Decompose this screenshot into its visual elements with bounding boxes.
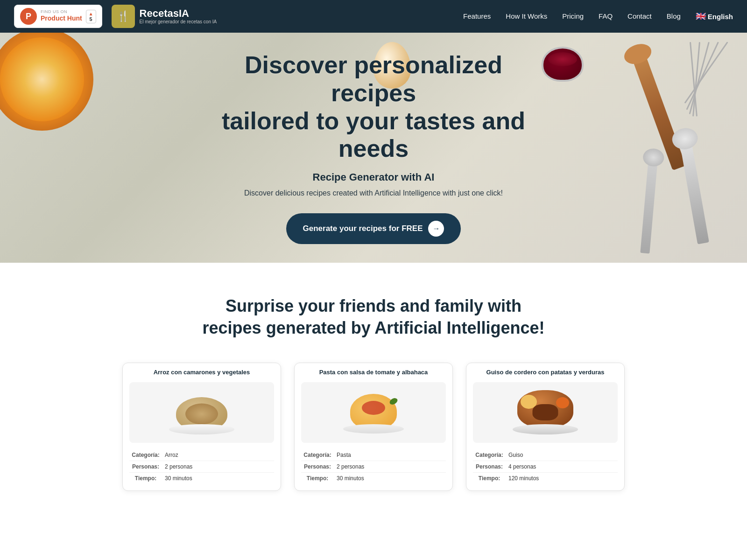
recipe-card-1-info: Categoría: Pasta Personas: 2 personas Ti…: [295, 445, 452, 490]
personas-value-2: 4 personas: [508, 463, 536, 470]
ph-upvote-block[interactable]: ▲ 5: [86, 10, 96, 23]
ph-arrow-icon: ▲: [89, 11, 93, 16]
nav-menu: Features How It Works Pricing FAQ Contac…: [463, 11, 733, 21]
tiempo-label-2: Tiempo:: [473, 475, 506, 482]
recipe-card-2-title: Guiso de cordero con patatas y verduras: [466, 363, 624, 378]
tiempo-label-1: Tiempo:: [301, 475, 334, 482]
recipe-card-0-info: Categoría: Arroz Personas: 2 personas Ti…: [123, 445, 281, 490]
product-hunt-icon: P: [20, 8, 37, 25]
nav-features[interactable]: Features: [463, 12, 491, 20]
recipe-card-0-categoria-row: Categoría: Arroz: [129, 449, 274, 461]
rice-food-illustration: [171, 390, 232, 434]
recipe-card-1-categoria-row: Categoría: Pasta: [301, 449, 446, 461]
logo-icon: 🍴: [112, 5, 135, 28]
hero-title: Discover personalized recipes tailored t…: [215, 51, 532, 163]
hero-content: Discover personalized recipes tailored t…: [205, 33, 542, 263]
recipe-card-1-title: Pasta con salsa de tomate y albahaca: [295, 363, 452, 378]
cta-arrow-icon: →: [428, 221, 444, 237]
product-hunt-badge[interactable]: P FIND US ON Product Hunt ▲ 5: [14, 5, 102, 28]
recipe-card-0-personas-row: Personas: 2 personas: [129, 461, 274, 473]
section-ai-title-line1: Surprise your friends and family with: [226, 296, 521, 315]
recipe-card-2-categoria-row: Categoría: Guiso: [473, 449, 618, 461]
recipe-cards-container: Arroz con camarones y vegetales Categorí…: [70, 363, 677, 491]
ph-find-us-label: FIND US ON: [41, 10, 82, 14]
categoria-value-2: Guiso: [508, 452, 523, 458]
ph-product-hunt-label: Product Hunt: [41, 14, 82, 22]
logo-subtitle: El mejor generador de recetas con IA: [140, 19, 217, 25]
tiempo-value-2: 120 minutos: [508, 475, 539, 482]
recipe-card-1-tiempo-row: Tiempo: 30 minutos: [301, 473, 446, 484]
recipe-card-2-personas-row: Personas: 4 personas: [473, 461, 618, 473]
personas-label-0: Personas:: [129, 463, 162, 470]
section-ai-title-line2: recipes generated by Artificial Intellig…: [203, 318, 545, 337]
recipe-card-1: Pasta con salsa de tomate y albahaca Cat…: [294, 363, 453, 491]
flag-icon: 🇬🇧: [696, 11, 706, 21]
personas-label-1: Personas:: [301, 463, 334, 470]
hero-description: Discover delicious recipes created with …: [215, 189, 532, 197]
recipe-card-0-image: [129, 382, 274, 443]
cta-button-label: Generate your recipes for FREE: [303, 224, 423, 233]
nav-faq[interactable]: FAQ: [599, 12, 613, 20]
hero-title-line2: tailored to your tastes and needs: [222, 107, 525, 162]
recipe-card-1-personas-row: Personas: 2 personas: [301, 461, 446, 473]
tiempo-label-0: Tiempo:: [129, 475, 162, 482]
categoria-label-1: Categoría:: [301, 452, 334, 458]
hero-subtitle: Recipe Generator with AI: [215, 171, 532, 183]
personas-value-1: 2 personas: [337, 463, 364, 470]
recipe-card-2: Guiso de cordero con patatas y verduras …: [466, 363, 625, 491]
recipe-card-0-title: Arroz con camarones y vegetales: [123, 363, 281, 378]
logo-title: RecetasIA: [140, 8, 217, 19]
hero-section: Discover personalized recipes tailored t…: [0, 33, 747, 263]
cta-generate-button[interactable]: Generate your recipes for FREE →: [286, 213, 461, 244]
nav-contact[interactable]: Contact: [627, 12, 652, 20]
recipe-card-0-tiempo-row: Tiempo: 30 minutos: [129, 473, 274, 484]
categoria-value-1: Pasta: [337, 452, 351, 458]
nav-pricing[interactable]: Pricing: [562, 12, 584, 20]
tiempo-value-1: 30 minutos: [337, 475, 364, 482]
section-ai: Surprise your friends and family with re…: [0, 263, 747, 510]
logo-link[interactable]: 🍴 RecetasIA El mejor generador de receta…: [112, 5, 217, 28]
recipe-card-2-image: [473, 382, 618, 443]
section-ai-title: Surprise your friends and family with re…: [19, 295, 728, 339]
categoria-label-0: Categoría:: [129, 452, 162, 458]
recipe-card-2-info: Categoría: Guiso Personas: 4 personas Ti…: [466, 445, 624, 490]
recipe-card-2-tiempo-row: Tiempo: 120 minutos: [473, 473, 618, 484]
stew-food-illustration: [515, 390, 576, 434]
personas-value-0: 2 personas: [165, 463, 192, 470]
nav-how-it-works[interactable]: How It Works: [506, 12, 547, 20]
tiempo-value-0: 30 minutos: [165, 475, 192, 482]
recipe-card-1-image: [301, 382, 446, 443]
hero-title-line1: Discover personalized recipes: [245, 51, 502, 106]
categoria-value-0: Arroz: [165, 452, 178, 458]
categoria-label-2: Categoría:: [473, 452, 506, 458]
ph-count: 5: [90, 16, 92, 22]
nav-blog[interactable]: Blog: [667, 12, 681, 20]
navbar: P FIND US ON Product Hunt ▲ 5 🍴 RecetasI…: [0, 0, 747, 33]
personas-label-2: Personas:: [473, 463, 506, 470]
language-button[interactable]: 🇬🇧 English: [696, 11, 733, 21]
pasta-food-illustration: [345, 392, 402, 434]
recipe-card-0: Arroz con camarones y vegetales Categorí…: [122, 363, 281, 491]
language-label: English: [708, 13, 733, 21]
